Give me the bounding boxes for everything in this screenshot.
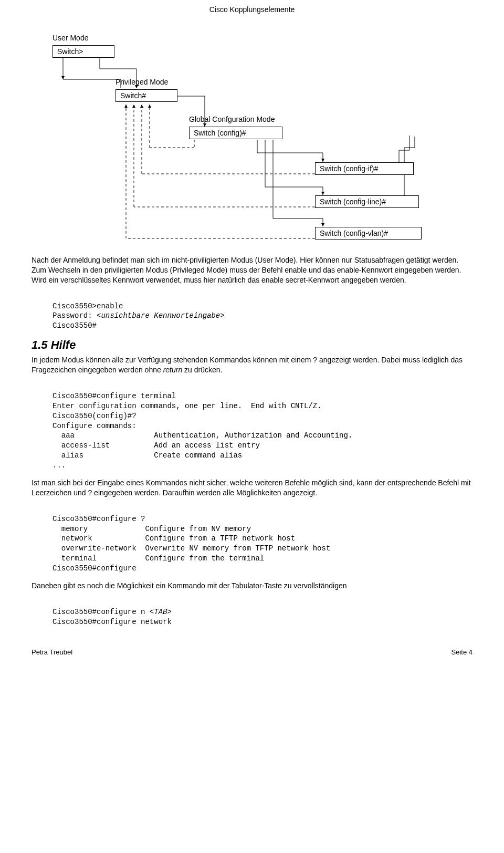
user-mode-box: Switch> [52, 45, 114, 58]
code-line: memory Configure from NV memory [52, 524, 472, 534]
config-line-box: Switch (config-line)# [315, 195, 419, 208]
code-line: Cisco3550(config)#? [52, 411, 472, 421]
text: zu drücken. [182, 366, 222, 374]
global-mode-label: Global Confguration Mode [189, 115, 275, 123]
text: In jedem Modus können alle zur Verfügung… [32, 356, 463, 374]
code-line: Enter configuration commands, one per li… [52, 401, 472, 411]
code-line: terminal Configure from the terminal [52, 554, 472, 564]
code-line: Cisco3550#configure ? [52, 514, 472, 524]
code-line: Cisco3550#configure terminal [52, 391, 472, 401]
paragraph-intro: Nach der Anmeldung befindet man sich im … [32, 255, 472, 285]
code-line: Configure commands: [52, 421, 472, 431]
priv-mode-label: Privileged Mode [116, 78, 168, 86]
code-line: network Configure from a TFTP network ho… [52, 534, 472, 544]
code-italic: <unsichtbare Kennworteingabe> [97, 311, 225, 320]
code-tab-complete: Cisco3550#configure n <TAB>Cisco3550#con… [52, 597, 472, 627]
code-line: Cisco3550#configure network [52, 617, 472, 627]
paragraph-tab: Daneben gibt es noch die Möglichkeit ein… [32, 581, 472, 591]
priv-mode-box: Switch# [116, 89, 177, 102]
code-line: access-list Add an access list entry [52, 441, 472, 451]
text-italic: return [163, 366, 183, 374]
footer-author: Petra Treubel [32, 648, 72, 656]
paragraph-hilfe: In jedem Modus können alle zur Verfügung… [32, 355, 472, 375]
mode-diagram: User Mode Switch> Privileged Mode Switch… [32, 29, 472, 250]
paragraph-question-help: Ist man sich bei der Eingabe eines Komma… [32, 478, 472, 498]
section-title-hilfe: 1.5 Hilfe [32, 338, 472, 352]
code-line: aaa Authentication, Authorization and Ac… [52, 431, 472, 441]
code-italic: <TAB> [150, 608, 172, 616]
code-line: Password: <unsichtbare Kennworteingabe> [52, 311, 472, 321]
code-enable: Cisco3550>enablePassword: <unsichtbare K… [52, 292, 472, 331]
code-line: Cisco3550#configure n <TAB> [52, 607, 472, 617]
global-mode-box: Switch (config)# [189, 127, 282, 139]
code-line: Cisco3550#configure [52, 564, 472, 574]
code-text: Cisco3550#configure n [52, 608, 150, 616]
code-line: overwrite-network Overwrite NV memory fr… [52, 544, 472, 554]
page-footer: Petra Treubel Seite 4 [32, 648, 472, 656]
code-line: Cisco3550>enable [52, 301, 472, 311]
code-line: alias Create command alias [52, 451, 472, 461]
config-if-box: Switch (config-if)# [315, 162, 414, 175]
code-line: Cisco3550# [52, 321, 472, 331]
code-configure-question: Cisco3550#configure ? memory Configure f… [52, 504, 472, 574]
code-line: ... [52, 461, 472, 471]
page-header: Cisco Kopplungselemente [32, 5, 472, 14]
code-text: Password: [52, 311, 97, 320]
diagram-lines [32, 29, 472, 250]
code-config-terminal: Cisco3550#configure terminalEnter config… [52, 381, 472, 471]
user-mode-label: User Mode [52, 34, 88, 42]
config-vlan-box: Switch (config-vlan)# [315, 227, 422, 240]
footer-page: Seite 4 [452, 648, 472, 656]
